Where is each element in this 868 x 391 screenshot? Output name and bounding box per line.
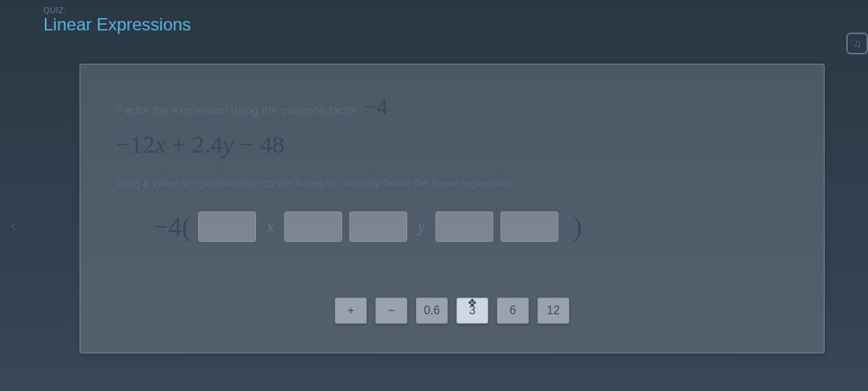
prev-arrow-button[interactable]: ‹ bbox=[11, 217, 16, 234]
factor-value: −4 bbox=[364, 93, 388, 120]
var-x-label: x bbox=[267, 219, 273, 235]
drop-box-4[interactable] bbox=[435, 211, 493, 242]
drop-box-1[interactable] bbox=[198, 211, 256, 242]
tile-6[interactable]: 6 bbox=[497, 298, 529, 324]
topic-title: Linear Expressions bbox=[43, 14, 825, 35]
term3: 48 bbox=[260, 131, 284, 158]
term1-coef: −12 bbox=[116, 131, 155, 158]
question-panel: Factor the expression using the common f… bbox=[80, 64, 825, 353]
close-paren: ) bbox=[573, 211, 582, 243]
move-cursor-icon: ✥ bbox=[468, 297, 477, 308]
op2: − bbox=[234, 131, 260, 158]
audio-badge-icon[interactable]: ♫ bbox=[846, 33, 868, 54]
tile-12[interactable]: 12 bbox=[537, 298, 569, 324]
instruction-text: Drag a value or operation/sign to the bo… bbox=[116, 177, 788, 189]
expression: −12x + 2.4y − 48 bbox=[116, 131, 788, 159]
tile-0-6[interactable]: 0.6 bbox=[416, 298, 448, 324]
headphones-icon: ♫ bbox=[854, 38, 861, 49]
answer-row: −4( x y ) bbox=[153, 211, 788, 243]
answer-prefix: −4( bbox=[153, 211, 191, 243]
quiz-label: QUIZ: bbox=[43, 6, 825, 14]
prompt-period: . bbox=[394, 104, 397, 117]
drop-box-3[interactable] bbox=[349, 211, 407, 242]
op1: + bbox=[166, 131, 192, 158]
draggable-tiles-row: + − 0.6 ✥ 3 6 12 bbox=[335, 298, 569, 324]
term1-var: x bbox=[155, 131, 166, 158]
term2-var: y bbox=[223, 131, 234, 158]
tile-minus[interactable]: − bbox=[375, 298, 407, 324]
chevron-left-icon: ‹ bbox=[11, 217, 16, 233]
term2-coef: 2.4 bbox=[192, 131, 223, 158]
var-y-label: y bbox=[418, 219, 425, 235]
page-header: QUIZ: Linear Expressions bbox=[0, 0, 868, 49]
tile-3[interactable]: ✥ 3 bbox=[456, 298, 488, 324]
drop-box-5[interactable] bbox=[501, 211, 558, 242]
prompt-line: Factor the expression using the common f… bbox=[116, 93, 788, 120]
prompt-text: Factor the expression using the common f… bbox=[116, 104, 358, 117]
drop-box-2[interactable] bbox=[284, 211, 342, 242]
tile-plus[interactable]: + bbox=[335, 298, 367, 324]
